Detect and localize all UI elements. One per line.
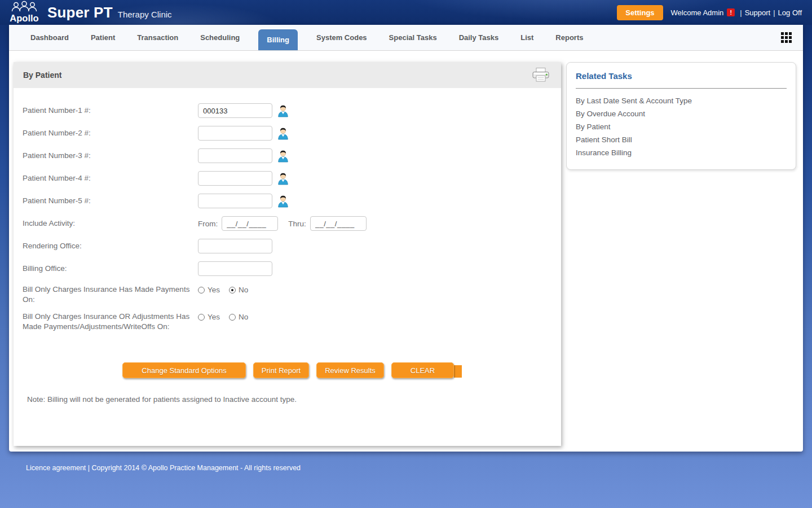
logoff-link[interactable]: Log Off <box>778 8 802 17</box>
radio-icon[interactable] <box>198 287 205 294</box>
header-separator: | <box>740 8 742 17</box>
change-standard-options-button[interactable]: Change Standard Options <box>122 362 246 378</box>
include-activity-label: Include Activity: <box>23 218 198 229</box>
settings-button[interactable]: Settings <box>617 5 663 20</box>
patient-number-5-input[interactable] <box>198 194 272 208</box>
patient-number-1-input[interactable] <box>198 103 272 118</box>
patient-number-5-label: Patient Number-5 #: <box>23 196 198 206</box>
insurance-payments-yes-radio[interactable]: Yes <box>198 286 220 294</box>
patient-number-row: Patient Number-3 #: <box>23 144 561 167</box>
related-task-insurance-billing[interactable]: Insurance Billing <box>576 146 787 159</box>
tab-dashboard[interactable]: Dashboard <box>27 25 72 50</box>
tab-patient[interactable]: Patient <box>87 25 118 50</box>
divider <box>576 88 787 89</box>
clear-button[interactable]: CLEAR <box>391 362 454 378</box>
page-title: By Patient <box>23 71 61 80</box>
clinic-name: Super PT <box>47 4 113 21</box>
thru-label: Thru: <box>288 220 306 228</box>
tab-scheduling[interactable]: Scheduling <box>197 25 243 50</box>
tab-system-codes[interactable]: System Codes <box>313 25 370 50</box>
radio-icon[interactable] <box>229 314 236 321</box>
thru-date-input[interactable] <box>310 216 367 231</box>
billing-by-patient-panel: By Patient Patient Number <box>14 62 561 446</box>
print-report-button[interactable]: Print Report <box>253 362 309 378</box>
tab-special-tasks[interactable]: Special Tasks <box>386 25 440 50</box>
patient-lookup-icon[interactable] <box>277 126 289 140</box>
related-task-by-last-date-sent[interactable]: By Last Date Sent & Account Type <box>576 94 787 107</box>
patient-number-row: Patient Number-4 #: <box>23 167 561 190</box>
tab-list[interactable]: List <box>517 25 537 50</box>
patient-number-2-input[interactable] <box>198 126 272 141</box>
patient-lookup-icon[interactable] <box>277 194 289 208</box>
related-task-patient-short-bill[interactable]: Patient Short Bill <box>576 133 787 146</box>
form-actions: Change Standard Options Print Report Rev… <box>122 362 561 378</box>
clinic-brand: Super PT Therapy Clinic <box>47 4 172 21</box>
copyright-text: | Copyright 2014 © Apollo Practice Manag… <box>88 464 301 472</box>
alert-badge[interactable]: ! <box>727 8 735 16</box>
patient-number-1-label: Patient Number-1 #: <box>23 106 198 116</box>
rendering-office-input[interactable] <box>198 239 272 253</box>
related-tasks-panel: Related Tasks By Last Date Sent & Accoun… <box>566 62 796 170</box>
patient-number-4-input[interactable] <box>198 171 272 186</box>
patient-number-row: Patient Number-1 #: <box>23 99 561 122</box>
tab-daily-tasks[interactable]: Daily Tasks <box>456 25 502 50</box>
page-container: Dashboard Patient Transaction Scheduling… <box>9 25 803 452</box>
licence-agreement-link[interactable]: Licence agreement <box>26 464 86 472</box>
radio-icon[interactable] <box>198 314 205 321</box>
apollo-logo-icon: Apollo <box>8 0 41 25</box>
tab-reports[interactable]: Reports <box>552 25 586 50</box>
main-nav: Dashboard Patient Transaction Scheduling… <box>9 25 803 51</box>
insurance-payments-label: Bill Only Charges Insurance Has Made Pay… <box>23 284 198 305</box>
support-link[interactable]: Support <box>745 8 771 17</box>
include-activity-row: Include Activity: From: Thru: <box>23 212 561 235</box>
billing-office-row: Billing Office: <box>23 257 561 280</box>
related-task-by-overdue-account[interactable]: By Overdue Account <box>576 107 787 120</box>
tab-billing[interactable]: Billing <box>258 29 298 50</box>
rendering-office-row: Rendering Office: <box>23 235 561 257</box>
billing-note: Note: Billing will not be generated for … <box>27 395 561 404</box>
patient-number-row: Patient Number-5 #: <box>23 190 561 212</box>
header-separator: | <box>773 8 775 17</box>
patient-number-4-label: Patient Number-4 #: <box>23 173 198 183</box>
insurance-payments-no-radio[interactable]: No <box>229 286 248 294</box>
insurance-adjustments-label: Bill Only Charges Insurance OR Adjustmen… <box>23 312 198 332</box>
insurance-adjustments-no-radio[interactable]: No <box>229 313 248 321</box>
related-tasks-title: Related Tasks <box>576 71 787 81</box>
from-date-input[interactable] <box>222 216 278 231</box>
patient-lookup-icon[interactable] <box>277 172 289 185</box>
insurance-adjustments-yes-radio[interactable]: Yes <box>198 313 220 321</box>
review-results-button[interactable]: Review Results <box>316 362 384 378</box>
insurance-payments-radio-row: Bill Only Charges Insurance Has Made Pay… <box>23 280 561 307</box>
clinic-subtitle: Therapy Clinic <box>118 10 172 19</box>
radio-selected-icon[interactable] <box>229 287 236 294</box>
apps-grid-icon[interactable] <box>781 32 792 43</box>
svg-text:Apollo: Apollo <box>10 13 38 23</box>
patient-number-3-input[interactable] <box>198 148 272 163</box>
related-task-by-patient[interactable]: By Patient <box>576 120 787 133</box>
clear-button-artifact <box>454 365 462 378</box>
patient-number-2-label: Patient Number-2 #: <box>23 128 198 138</box>
rendering-office-label: Rendering Office: <box>23 241 198 251</box>
patient-number-3-label: Patient Number-3 #: <box>23 151 198 161</box>
app-header: Apollo Super PT Therapy Clinic Settings … <box>0 0 812 25</box>
panel-header: By Patient <box>14 62 561 88</box>
tab-transaction[interactable]: Transaction <box>134 25 182 50</box>
print-icon[interactable] <box>532 67 550 83</box>
billing-office-input[interactable] <box>198 261 272 276</box>
welcome-text: Welcome Admin <box>671 8 724 17</box>
patient-lookup-icon[interactable] <box>277 149 289 163</box>
insurance-adjustments-radio-row: Bill Only Charges Insurance OR Adjustmen… <box>23 307 561 334</box>
page-footer: Licence agreement | Copyright 2014 © Apo… <box>26 464 812 472</box>
patient-number-row: Patient Number-2 #: <box>23 122 561 144</box>
from-label: From: <box>198 220 218 228</box>
by-patient-form: Patient Number-1 #: Patient Number-2 #: <box>14 88 561 404</box>
patient-lookup-icon[interactable] <box>277 104 289 117</box>
billing-office-label: Billing Office: <box>23 264 198 274</box>
